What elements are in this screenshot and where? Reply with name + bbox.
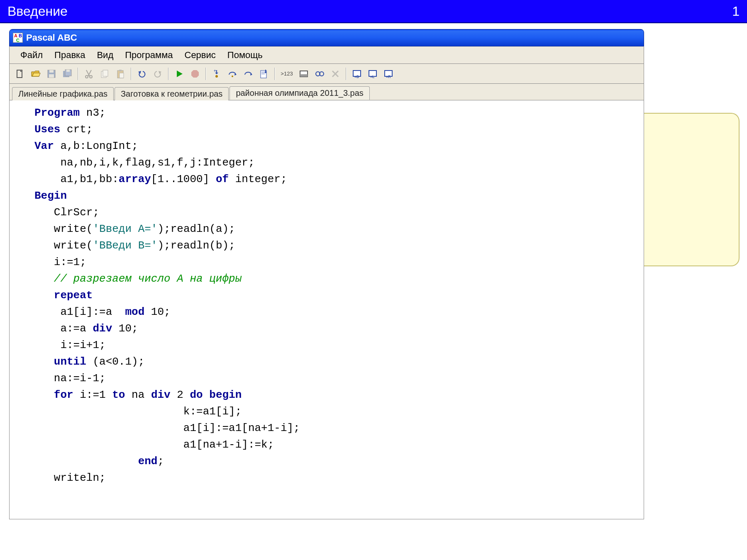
code-keyword: div [93, 322, 112, 335]
delete-icon[interactable] [328, 67, 342, 81]
svg-point-14 [215, 75, 218, 78]
code-keyword: array [119, 173, 151, 185]
slide-title: Введение [7, 4, 68, 19]
app-icon: C [13, 33, 23, 43]
svg-rect-19 [300, 74, 308, 77]
menu-program[interactable]: Программа [119, 49, 178, 61]
code-text: );readln(b); [157, 239, 235, 252]
copy-icon[interactable] [98, 67, 112, 81]
svg-rect-12 [119, 70, 122, 71]
slide-header: Введение 1 [0, 0, 747, 23]
code-keyword: to [112, 389, 125, 401]
code-text: na [125, 389, 151, 401]
show-vars-icon[interactable]: >123 [278, 67, 295, 81]
svg-text:»R: »R [386, 75, 391, 79]
code-text: 2 [171, 389, 190, 401]
toolbar-separator [168, 68, 169, 80]
svg-rect-6 [66, 70, 70, 72]
code-text: crt; [60, 123, 93, 136]
svg-rect-13 [120, 73, 124, 78]
code-text: i:=1; [34, 256, 86, 268]
menu-help[interactable]: Помощь [222, 49, 269, 61]
code-text: write( [34, 223, 93, 235]
svg-point-7 [85, 75, 88, 78]
code-text: writeln; [34, 472, 106, 484]
code-text: write( [34, 239, 93, 252]
code-text: na:=i-1; [34, 372, 106, 385]
code-text [34, 455, 138, 467]
save-icon[interactable] [44, 67, 59, 81]
svg-rect-10 [103, 70, 108, 76]
svg-point-8 [90, 75, 92, 78]
code-text: i:=i+1; [34, 339, 106, 351]
code-text: ; [157, 455, 164, 467]
code-text: a,b:LongInt; [54, 140, 138, 152]
code-text: a1,b1,bb: [34, 173, 119, 185]
open-file-icon[interactable] [29, 67, 43, 81]
code-keyword: of [216, 173, 229, 185]
toolbar-separator [131, 68, 132, 80]
cut-icon[interactable] [82, 67, 96, 81]
toggle-output-icon[interactable] [297, 67, 311, 81]
code-text: i:=1 [73, 389, 112, 401]
run-icon[interactable] [172, 67, 186, 81]
svg-text:»L: »L [370, 75, 375, 79]
code-text: a1[i]:=a [34, 306, 125, 318]
code-string: 'Введи A=' [93, 223, 157, 235]
debug-window-l-icon[interactable]: »L [366, 67, 380, 81]
file-tab-3[interactable]: районная олимпиада 2011_3.pas [229, 86, 369, 100]
svg-rect-3 [49, 74, 54, 78]
code-keyword: end [138, 455, 158, 467]
file-tab-2[interactable]: Заготовка к геометрии.pas [115, 87, 229, 100]
svg-point-16 [232, 75, 233, 77]
code-text: );readln(a); [157, 223, 235, 235]
code-text: ClrScr; [34, 206, 99, 219]
code-keyword: until [34, 355, 86, 368]
code-text: 10; [112, 322, 138, 335]
new-file-icon[interactable] [13, 67, 27, 81]
toolbar-separator [274, 68, 275, 80]
menubar: Файл Правка Вид Программа Сервис Помощь [9, 46, 644, 64]
menu-edit[interactable]: Правка [49, 49, 91, 61]
menu-view[interactable]: Вид [91, 49, 119, 61]
run-to-cursor-icon[interactable] [257, 67, 271, 81]
toolbar: + >123 »D »L »R [9, 64, 644, 84]
svg-text:»D: »D [354, 75, 359, 79]
debug-window-r-icon[interactable]: »R [381, 67, 395, 81]
paste-icon[interactable] [113, 67, 127, 81]
tab-strip: Линейные графика.pas Заготовка к геометр… [9, 84, 644, 100]
code-text: n3; [80, 107, 105, 119]
code-text: integer; [229, 173, 287, 185]
code-text: a1[i]:=a1[na+1-i]; [34, 422, 300, 434]
code-keyword: Uses [34, 123, 60, 136]
code-text: (a<0.1); [86, 355, 144, 368]
app-title: Pascal ABC [26, 32, 77, 43]
code-keyword: Program [34, 107, 80, 119]
file-tab-1[interactable]: Линейные графика.pas [12, 87, 114, 100]
code-editor[interactable]: Program n3; Uses crt; Var a,b:LongInt; n… [9, 100, 644, 519]
code-keyword: repeat [34, 289, 93, 302]
app-window: C Pascal ABC Файл Правка Вид Программа С… [9, 29, 644, 519]
slide-page-number: 1 [732, 4, 740, 19]
code-text: 10; [144, 306, 170, 318]
redo-icon[interactable] [151, 67, 165, 81]
undo-icon[interactable] [135, 67, 149, 81]
step-into-icon[interactable]: + [210, 67, 224, 81]
code-keyword: div [151, 389, 171, 401]
step-out-icon[interactable] [241, 67, 255, 81]
step-over-icon[interactable] [225, 67, 239, 81]
code-string: 'ВВеди B=' [93, 239, 157, 252]
save-all-icon[interactable] [60, 67, 74, 81]
svg-rect-2 [49, 70, 54, 73]
toolbar-separator [78, 68, 78, 80]
menu-file[interactable]: Файл [15, 49, 49, 61]
stop-icon[interactable] [188, 67, 202, 81]
code-text: k:=a1[i]; [34, 405, 242, 418]
code-keyword: do begin [190, 389, 242, 401]
side-note-panel [644, 113, 740, 266]
code-keyword: Var [34, 140, 54, 152]
toolbar-separator [205, 68, 206, 80]
menu-service[interactable]: Сервис [179, 49, 222, 61]
debug-window-d-icon[interactable]: »D [350, 67, 364, 81]
watch-icon[interactable] [312, 67, 327, 81]
